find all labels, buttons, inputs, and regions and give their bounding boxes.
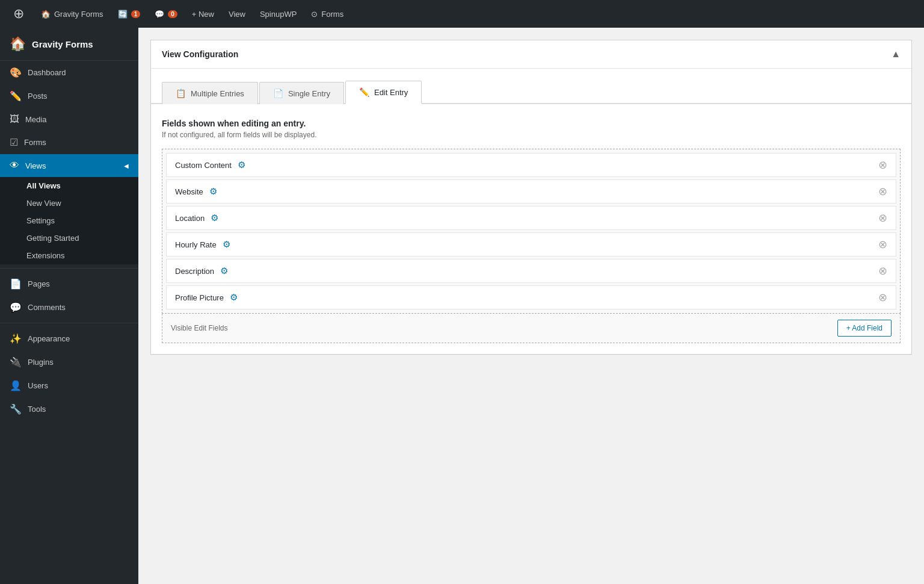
- pages-icon: 📄: [10, 278, 22, 290]
- comments-count: 0: [168, 10, 177, 18]
- fields-container: Custom Content ⚙ ⊗ Website ⚙ ⊗: [162, 149, 901, 314]
- users-icon: 👤: [10, 380, 22, 391]
- tab-multiple-entries-label: Multiple Entries: [191, 89, 244, 98]
- sidebar-sub-new-view[interactable]: New View: [0, 194, 138, 212]
- panel-header: View Configuration ▲: [151, 40, 911, 69]
- field-left-profile-picture: Profile Picture ⚙: [175, 292, 238, 303]
- sidebar-item-posts-label: Posts: [28, 92, 48, 101]
- forms-icon: ⊙: [311, 10, 318, 19]
- field-remove-location[interactable]: ⊗: [878, 213, 887, 223]
- field-gear-website[interactable]: ⚙: [209, 186, 217, 197]
- tab-edit-entry-label: Edit Entry: [374, 88, 408, 97]
- sidebar-site-name: Gravity Forms: [32, 39, 93, 49]
- site-name[interactable]: 🏠 Gravity Forms: [34, 0, 111, 28]
- sidebar-item-users[interactable]: 👤 Users: [0, 374, 138, 397]
- new-content[interactable]: + New: [185, 0, 221, 28]
- sidebar-divider-1: [0, 268, 138, 269]
- posts-icon: ✏️: [10, 90, 22, 102]
- spinupwp[interactable]: SpinupWP: [253, 0, 304, 28]
- add-field-button[interactable]: + Add Field: [837, 320, 892, 337]
- sidebar-sub-all-views[interactable]: All Views: [0, 177, 138, 194]
- appearance-icon: ✨: [10, 333, 22, 344]
- field-row-profile-picture[interactable]: Profile Picture ⚙ ⊗: [166, 285, 896, 309]
- view-site[interactable]: View: [221, 0, 253, 28]
- all-views-label: All Views: [26, 181, 61, 190]
- admin-bar: ⊕ 🏠 Gravity Forms 🔄 1 💬 0 + New View Spi…: [0, 0, 924, 28]
- single-entry-icon: 📄: [273, 89, 283, 98]
- views-submenu: All Views New View Settings Getting Star…: [0, 177, 138, 264]
- tab-edit-entry[interactable]: ✏️ Edit Entry: [345, 81, 422, 104]
- dashboard-icon: 🎨: [10, 67, 22, 78]
- sidebar-item-forms-label: Forms: [24, 138, 46, 147]
- comments[interactable]: 💬 0: [147, 0, 185, 28]
- forms-sidebar-icon: ☑: [10, 137, 18, 148]
- sidebar: 🏠 Gravity Forms 🎨 Dashboard ✏️ Posts 🖼 M…: [0, 28, 138, 584]
- plugins-icon: 🔌: [10, 356, 22, 368]
- multiple-entries-icon: 📋: [176, 89, 186, 98]
- sidebar-sub-extensions[interactable]: Extensions: [0, 247, 138, 264]
- getting-started-label: Getting Started: [26, 234, 79, 243]
- spinupwp-label: SpinupWP: [260, 10, 297, 19]
- views-icon: 👁: [10, 160, 19, 171]
- field-left-description: Description ⚙: [175, 266, 228, 276]
- tab-single-entry[interactable]: 📄 Single Entry: [259, 82, 344, 104]
- field-label-description: Description: [175, 267, 214, 276]
- field-gear-hourly-rate[interactable]: ⚙: [223, 239, 230, 250]
- fields-subtitle: If not configured, all form fields will …: [162, 131, 901, 139]
- field-gear-location[interactable]: ⚙: [211, 213, 218, 223]
- field-left-location: Location ⚙: [175, 213, 218, 223]
- sidebar-item-pages[interactable]: 📄 Pages: [0, 272, 138, 296]
- field-row-location[interactable]: Location ⚙ ⊗: [166, 206, 896, 230]
- sidebar-item-tools-label: Tools: [28, 405, 46, 414]
- updates-icon: 🔄: [118, 10, 128, 19]
- panel-toggle-button[interactable]: ▲: [891, 49, 901, 60]
- field-row-website[interactable]: Website ⚙ ⊗: [166, 179, 896, 203]
- sidebar-divider-2: [0, 323, 138, 323]
- site-icon: 🏠: [10, 36, 26, 52]
- new-label: + New: [192, 10, 214, 19]
- field-gear-description[interactable]: ⚙: [220, 266, 228, 276]
- tab-multiple-entries[interactable]: 📋 Multiple Entries: [162, 82, 258, 104]
- field-left-custom-content: Custom Content ⚙: [175, 160, 245, 170]
- sidebar-item-forms[interactable]: ☑ Forms: [0, 131, 138, 154]
- fields-area: Fields shown when editing an entry. If n…: [151, 119, 911, 354]
- sidebar-item-views-label: Views: [25, 161, 46, 170]
- sidebar-item-posts[interactable]: ✏️ Posts: [0, 84, 138, 108]
- field-remove-custom-content[interactable]: ⊗: [878, 160, 887, 170]
- sidebar-item-comments[interactable]: 💬 Comments: [0, 296, 138, 319]
- field-label-hourly-rate: Hourly Rate: [175, 240, 217, 249]
- field-remove-website[interactable]: ⊗: [878, 186, 887, 197]
- site-name-label: Gravity Forms: [54, 10, 103, 19]
- field-gear-custom-content[interactable]: ⚙: [238, 160, 245, 170]
- field-gear-profile-picture[interactable]: ⚙: [230, 292, 238, 303]
- field-label-profile-picture: Profile Picture: [175, 293, 224, 302]
- sidebar-sub-getting-started[interactable]: Getting Started: [0, 229, 138, 247]
- tools-icon: 🔧: [10, 403, 22, 415]
- field-remove-hourly-rate[interactable]: ⊗: [878, 239, 887, 250]
- wp-logo[interactable]: ⊕: [6, 0, 34, 28]
- field-row-custom-content[interactable]: Custom Content ⚙ ⊗: [166, 153, 896, 177]
- sidebar-sub-settings[interactable]: Settings: [0, 212, 138, 229]
- panel-title: View Configuration: [162, 49, 238, 59]
- home-icon: 🏠: [41, 10, 51, 19]
- sidebar-item-tools[interactable]: 🔧 Tools: [0, 397, 138, 421]
- comments-icon: 💬: [155, 10, 164, 19]
- field-label-location: Location: [175, 214, 205, 223]
- forms-menu[interactable]: ⊙ Forms: [304, 0, 351, 28]
- sidebar-item-media[interactable]: 🖼 Media: [0, 108, 138, 131]
- tab-single-entry-label: Single Entry: [288, 89, 330, 98]
- updates[interactable]: 🔄 1: [111, 0, 148, 28]
- field-remove-description[interactable]: ⊗: [878, 266, 887, 276]
- main-content: View Configuration ▲ 📋 Multiple Entries …: [138, 28, 924, 584]
- sidebar-item-dashboard[interactable]: 🎨 Dashboard: [0, 61, 138, 84]
- field-remove-profile-picture[interactable]: ⊗: [878, 292, 887, 303]
- field-row-hourly-rate[interactable]: Hourly Rate ⚙ ⊗: [166, 232, 896, 256]
- tabs-container: 📋 Multiple Entries 📄 Single Entry ✏️ Edi…: [151, 69, 911, 104]
- sidebar-item-plugins[interactable]: 🔌 Plugins: [0, 350, 138, 374]
- wp-icon: ⊕: [13, 6, 24, 22]
- media-icon: 🖼: [10, 114, 19, 125]
- field-row-description[interactable]: Description ⚙ ⊗: [166, 259, 896, 283]
- sidebar-item-appearance[interactable]: ✨ Appearance: [0, 327, 138, 350]
- sidebar-item-views[interactable]: 👁 Views ◀: [0, 154, 138, 177]
- settings-label: Settings: [26, 216, 55, 225]
